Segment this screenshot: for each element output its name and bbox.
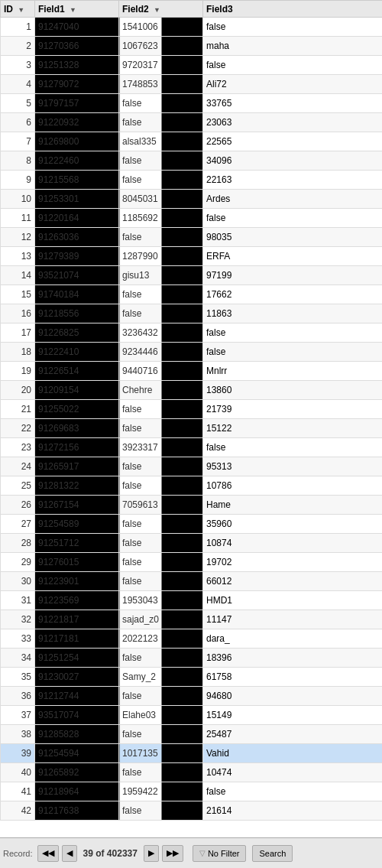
cell-field3: 34096: [203, 151, 383, 171]
cell-id: 39: [1, 744, 35, 763]
table-row[interactable]: 3291221817sajad_z011147: [1, 610, 383, 629]
table-row[interactable]: 10912533018045031Ardes: [1, 190, 383, 209]
cell-id: 31: [1, 591, 35, 610]
cell-id: 1: [1, 18, 35, 37]
cell-field2: 9440716: [119, 362, 203, 381]
last-record-button[interactable]: ▶▶: [162, 845, 183, 862]
cell-field1: 91221817: [35, 610, 119, 629]
table-row[interactable]: 41912189641959422false: [1, 782, 383, 801]
table-row[interactable]: 17912268253236432false: [1, 323, 383, 343]
table-row[interactable]: 19912265149440716Mnlrr: [1, 362, 383, 381]
table-row[interactable]: 591797157false33765: [1, 94, 383, 113]
field2-sort-icon: ▼: [154, 6, 160, 14]
table-row[interactable]: 2912703661067623maha: [1, 37, 383, 56]
table-row[interactable]: 4091265892false10474: [1, 763, 383, 782]
no-filter-button[interactable]: ▽ No Filter: [193, 845, 247, 862]
prev-record-button[interactable]: ◀: [62, 845, 77, 862]
cell-field2: 9720317: [119, 56, 203, 75]
table-row[interactable]: 3091223901false66012: [1, 572, 383, 591]
cell-id: 26: [1, 496, 35, 515]
first-record-button[interactable]: ◀◀: [37, 845, 59, 862]
table-row[interactable]: 3912513289720317false: [1, 56, 383, 75]
cell-field1: 91251254: [35, 649, 119, 668]
col-header-field1[interactable]: Field1 ▼: [35, 1, 119, 18]
table-row[interactable]: 13912793891287990ERFA: [1, 247, 383, 266]
table-row[interactable]: 4291217638false21614: [1, 801, 383, 821]
table-row[interactable]: 1493521074gisu1397199: [1, 266, 383, 285]
cell-field3: 10874: [203, 534, 383, 553]
cell-field3: 11863: [203, 304, 383, 323]
cell-field3: 23063: [203, 113, 383, 132]
cell-field1: 91797157: [35, 94, 119, 113]
cell-id: 34: [1, 649, 35, 668]
table-row[interactable]: 1691218556false11863: [1, 304, 383, 323]
id-sort-icon: ▼: [18, 6, 24, 14]
table-row[interactable]: 2491265917false95313: [1, 457, 383, 476]
col-header-field2[interactable]: Field2 ▼: [119, 1, 203, 18]
table-row[interactable]: 2591281322false10786: [1, 476, 383, 496]
cell-field3: HMD1: [203, 591, 383, 610]
cell-id: 10: [1, 190, 35, 209]
table-row[interactable]: 26912671547059613Hame: [1, 496, 383, 515]
table-row[interactable]: 891222460false34096: [1, 151, 383, 171]
table-row[interactable]: 3491251254false18396: [1, 649, 383, 668]
cell-field2: false: [119, 553, 203, 572]
table-row[interactable]: 1591740184false17662: [1, 285, 383, 304]
cell-field2: false: [119, 476, 203, 496]
cell-field3: 15122: [203, 419, 383, 438]
cell-field1: 91251712: [35, 534, 119, 553]
cell-field3: 22163: [203, 171, 383, 190]
cell-field3: 11147: [203, 610, 383, 629]
cell-field2: false: [119, 171, 203, 190]
table-row[interactable]: 3891285828false25487: [1, 725, 383, 744]
table-row[interactable]: 2891251712false10874: [1, 534, 383, 553]
cell-id: 18: [1, 343, 35, 362]
table-row[interactable]: 1912470401541006false: [1, 18, 383, 37]
table-row[interactable]: 791269800alsal33522565: [1, 132, 383, 151]
cell-field1: 91212744: [35, 687, 119, 706]
cell-field2: alsal335: [119, 132, 203, 151]
table-row[interactable]: 33912171812022123dara_: [1, 629, 383, 649]
cell-id: 13: [1, 247, 35, 266]
table-row[interactable]: 1291263036false98035: [1, 228, 383, 247]
table-row[interactable]: 2991276015false19702: [1, 553, 383, 572]
col-header-field3[interactable]: Field3: [203, 1, 383, 18]
table-row[interactable]: 3591230027Samy_261758: [1, 668, 383, 687]
cell-field1: 91251328: [35, 56, 119, 75]
cell-field1: 91218964: [35, 782, 119, 801]
cell-field2: 1287990: [119, 247, 203, 266]
next-record-button[interactable]: ▶: [144, 845, 159, 862]
table-row[interactable]: 691220932false23063: [1, 113, 383, 132]
table-row[interactable]: 3691212744false94680: [1, 687, 383, 706]
table-row[interactable]: 2091209154Chehre13860: [1, 381, 383, 400]
cell-field1: 91222460: [35, 151, 119, 171]
table-row[interactable]: 31912235691953043HMD1: [1, 591, 383, 610]
cell-field3: 21614: [203, 801, 383, 821]
cell-id: 12: [1, 228, 35, 247]
cell-id: 2: [1, 37, 35, 56]
cell-field2: false: [119, 304, 203, 323]
search-button[interactable]: Search: [252, 845, 293, 862]
cell-field2: 3236432: [119, 323, 203, 343]
table-row[interactable]: 4912790721748853Ali72: [1, 75, 383, 94]
cell-field2: false: [119, 801, 203, 821]
table-row[interactable]: 2791254589false35960: [1, 515, 383, 534]
cell-field2: false: [119, 687, 203, 706]
table-row[interactable]: 2291269683false15122: [1, 419, 383, 438]
table-row[interactable]: 2191255022false21739: [1, 400, 383, 419]
cell-field1: 91270366: [35, 37, 119, 56]
table-row[interactable]: 3793517074Elahe0315149: [1, 706, 383, 725]
cell-field1: 91267154: [35, 496, 119, 515]
cell-id: 30: [1, 572, 35, 591]
cell-id: 35: [1, 668, 35, 687]
table-row[interactable]: 18912224109234446false: [1, 343, 383, 362]
table-row[interactable]: 991215568false22163: [1, 171, 383, 190]
col-header-id[interactable]: ID ▼: [1, 1, 35, 18]
cell-field2: false: [119, 400, 203, 419]
table-row[interactable]: 39912545941017135Vahid: [1, 744, 383, 763]
cell-id: 9: [1, 171, 35, 190]
funnel-icon: ▽: [199, 849, 206, 857]
table-row[interactable]: 11912201641185692false: [1, 209, 383, 228]
cell-field2: gisu13: [119, 266, 203, 285]
table-row[interactable]: 23912721563923317false: [1, 438, 383, 457]
